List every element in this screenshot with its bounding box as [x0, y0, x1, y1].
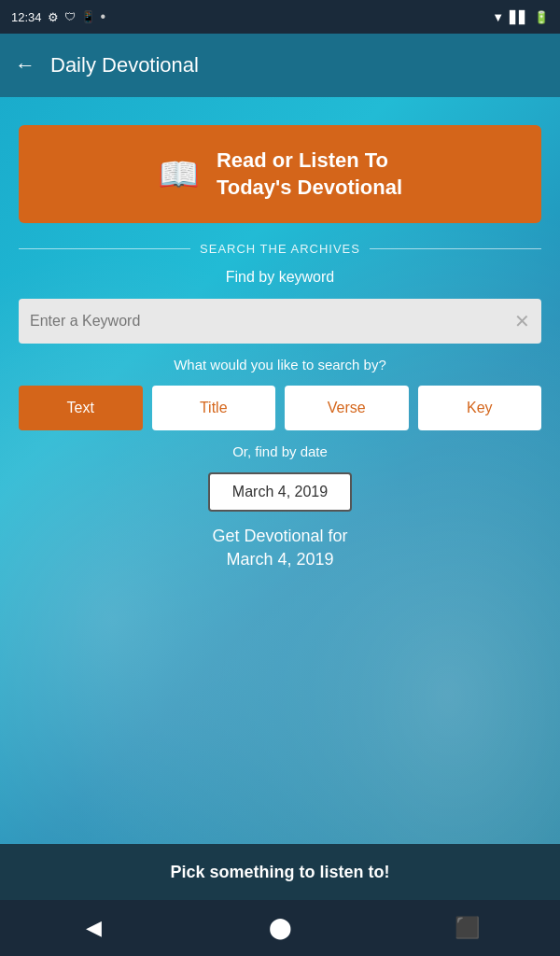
search-by-label: What would you like to search by?	[174, 357, 386, 373]
sim-icon: 📱	[81, 10, 95, 23]
get-devotional-button[interactable]: Get Devotional for March 4, 2019	[212, 525, 347, 571]
search-btn-verse[interactable]: Verse	[285, 386, 409, 430]
divider-line-right	[370, 248, 541, 249]
battery-icon: 🔋	[534, 10, 549, 24]
book-icon: 📖	[158, 155, 200, 194]
search-btn-title[interactable]: Title	[152, 386, 276, 430]
bottom-listen-text: Pick something to listen to!	[170, 863, 389, 882]
shield-icon: 🛡	[64, 10, 76, 23]
clear-icon[interactable]: ✕	[514, 310, 530, 332]
search-btn-text[interactable]: Text	[19, 386, 143, 430]
search-section: SEARCH THE ARCHIVES Find by keyword ✕ Wh…	[19, 242, 541, 571]
divider-line-left	[19, 248, 190, 249]
find-label: Find by keyword	[226, 269, 335, 286]
nav-back-icon: ◀	[86, 916, 102, 940]
divider-label: SEARCH THE ARCHIVES	[200, 242, 360, 256]
nav-bar: ◀ ⬤ ⬛	[0, 900, 560, 956]
nav-home-button[interactable]: ⬤	[257, 905, 303, 951]
banner-line2: Today's Devotional	[217, 175, 402, 202]
read-listen-banner[interactable]: 📖 Read or Listen To Today's Devotional	[19, 125, 541, 223]
banner-text: Read or Listen To Today's Devotional	[217, 148, 402, 201]
banner-line1: Read or Listen To	[217, 148, 402, 175]
nav-recent-icon: ⬛	[455, 916, 480, 940]
status-bar: 12:34 ⚙ 🛡 📱 • ▼ ▋▋ 🔋	[0, 0, 560, 34]
settings-icon: ⚙	[48, 10, 59, 24]
app-bar-title: Daily Devotional	[50, 53, 199, 77]
dot-icon: •	[101, 8, 106, 25]
content-inner: 📖 Read or Listen To Today's Devotional S…	[19, 125, 541, 572]
date-picker[interactable]: March 4, 2019	[208, 472, 352, 512]
search-btn-key[interactable]: Key	[418, 386, 542, 430]
status-time: 12:34	[11, 10, 42, 24]
wifi-icon: ▼	[492, 10, 504, 24]
keyword-input[interactable]	[30, 313, 514, 330]
back-button[interactable]: ←	[15, 53, 35, 77]
search-buttons: Text Title Verse Key	[19, 386, 541, 430]
or-date-label: Or, find by date	[232, 443, 328, 459]
get-devotional-line2: March 4, 2019	[212, 548, 347, 571]
main-content: 📖 Read or Listen To Today's Devotional S…	[0, 97, 560, 844]
status-left: 12:34 ⚙ 🛡 📱 •	[11, 8, 105, 25]
bottom-listen-bar[interactable]: Pick something to listen to!	[0, 844, 560, 900]
keyword-input-wrap[interactable]: ✕	[19, 299, 541, 344]
section-divider: SEARCH THE ARCHIVES	[19, 242, 541, 256]
nav-back-button[interactable]: ◀	[70, 905, 117, 951]
nav-home-icon: ⬤	[269, 916, 292, 940]
app-bar: ← Daily Devotional	[0, 34, 560, 97]
get-devotional-line1: Get Devotional for	[212, 525, 347, 548]
status-right: ▼ ▋▋ 🔋	[492, 10, 549, 24]
signal-icon: ▋▋	[510, 10, 528, 24]
nav-recent-button[interactable]: ⬛	[443, 905, 490, 951]
